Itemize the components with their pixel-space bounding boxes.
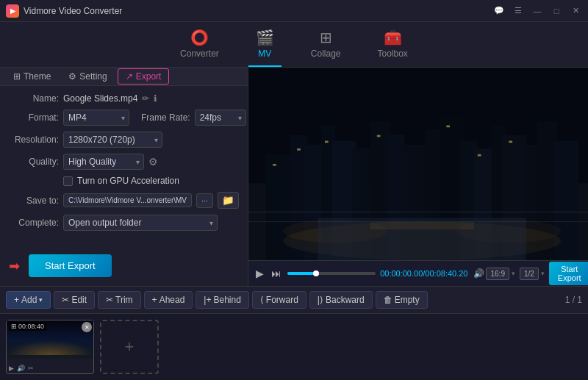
progress-bar[interactable] — [287, 272, 376, 275]
chat-button[interactable]: 💬 — [492, 4, 506, 18]
sub-toolbar: ⊞ Theme ⚙ Setting ↗ Export — [0, 68, 248, 86]
behind-button[interactable]: |+ Behind — [196, 291, 249, 309]
clip-play-icon: ▶ — [9, 365, 14, 372]
minimize-button[interactable]: — — [531, 4, 544, 18]
add-clip-icon: + — [125, 337, 135, 356]
ahead-button[interactable]: + Ahead — [144, 291, 193, 309]
app-icon: ▶ — [6, 4, 19, 18]
clip-controls: ▶ 🔊 ✂ — [9, 365, 34, 372]
empty-button[interactable]: 🗑 Empty — [376, 291, 428, 309]
city-scene — [248, 68, 588, 260]
setting-button[interactable]: ⚙ Setting — [61, 68, 114, 85]
tab-toolbox-label: Toolbox — [378, 49, 408, 59]
svg-rect-23 — [377, 135, 381, 137]
tab-mv[interactable]: 🎬 MV — [248, 22, 282, 67]
framerate-select-wrap: 24fps — [195, 110, 246, 126]
add-clip-button[interactable]: + — [100, 320, 159, 374]
tab-toolbox[interactable]: 🧰 Toolbox — [370, 22, 415, 67]
resolution-row: Resolution: 1280x720 (720p) — [9, 132, 239, 148]
svg-rect-22 — [325, 141, 329, 143]
saveto-input[interactable] — [63, 193, 192, 207]
zoom-badge: 1/2 — [520, 268, 539, 280]
start-export-button[interactable]: Start Export — [29, 254, 112, 277]
video-start-export-button[interactable]: Start Export — [549, 262, 588, 285]
theme-button[interactable]: ⊞ Theme — [6, 68, 58, 85]
path-more-button[interactable]: ··· — [196, 193, 213, 208]
arrow-indicator: ➡ — [9, 258, 20, 274]
right-panel: ▶ ⏭ 00:00:00.00/00:08:40.20 🔊 16:9 ▾ 1/2 — [248, 68, 588, 286]
tab-converter-label: Converter — [180, 49, 219, 59]
close-button[interactable]: ✕ — [569, 4, 582, 18]
controls-right: 16:9 ▾ 1/2 ▾ Start Export — [486, 262, 588, 285]
clip-item[interactable]: ⊞ 00:08:40 ✕ ▶ 🔊 ✂ — [6, 320, 94, 374]
trim-button[interactable]: ✂ Trim — [98, 291, 141, 309]
clip-volume-icon: 🔊 — [17, 365, 25, 372]
clip-icon: ⊞ — [11, 323, 17, 330]
toolbox-icon: 🧰 — [384, 29, 402, 46]
name-row: Name: Google Slides.mp4 ✏ ℹ — [9, 93, 239, 104]
left-panel: ⊞ Theme ⚙ Setting ↗ Export Name: Google … — [0, 68, 248, 286]
complete-select[interactable]: Open output folder — [63, 215, 218, 231]
time-display: 00:00:00.00/00:08:40.20 — [380, 269, 467, 278]
play-button[interactable]: ▶ — [254, 266, 265, 281]
video-background — [248, 68, 588, 260]
framerate-select[interactable]: 24fps — [195, 110, 246, 126]
quality-select[interactable]: High Quality — [63, 154, 144, 170]
empty-label: Empty — [395, 295, 420, 305]
resolution-label: Resolution: — [9, 135, 59, 145]
trim-icon: ✂ — [106, 295, 113, 305]
edit-button[interactable]: ✂ Edit — [54, 291, 95, 309]
progress-dot — [313, 270, 319, 276]
title-bar-controls: 💬 ☰ — □ ✕ — [492, 4, 582, 18]
collage-icon: ⊞ — [320, 29, 332, 46]
edit-icon: ✂ — [62, 295, 69, 305]
clip-time: 00:08:40 — [18, 323, 44, 330]
tab-collage[interactable]: ⊞ Collage — [304, 22, 348, 67]
clip-cut-icon: ✂ — [28, 365, 34, 372]
add-button[interactable]: + Add ▾ — [6, 291, 51, 309]
format-select[interactable]: MP4 — [63, 110, 129, 126]
app-title: Vidmore Video Converter — [24, 6, 122, 16]
info-button[interactable]: ℹ — [154, 93, 157, 104]
clip-lights — [7, 340, 93, 355]
video-preview — [248, 68, 588, 260]
backward-button[interactable]: |⟩ Backward — [309, 291, 373, 309]
export-label: Export — [136, 71, 162, 82]
svg-rect-24 — [446, 126, 450, 128]
resolution-select[interactable]: 1280x720 (720p) — [63, 132, 162, 148]
add-label: Add — [21, 295, 37, 305]
aspect-ratio-badge: 16:9 — [486, 268, 509, 280]
form-area: Name: Google Slides.mp4 ✏ ℹ Format: MP4 … — [0, 86, 248, 238]
backward-icon: |⟩ — [318, 295, 323, 305]
quality-label: Quality: — [9, 157, 59, 167]
volume-button[interactable]: 🔊 — [472, 267, 486, 280]
nav-bar: ⭕ Converter 🎬 MV ⊞ Collage 🧰 Toolbox — [0, 22, 588, 68]
maximize-button[interactable]: □ — [550, 4, 563, 18]
zoom-wrap: 1/2 ▾ — [520, 268, 545, 280]
time-current: 00:00:00.00 — [380, 269, 423, 278]
forward-button[interactable]: ⟨ Forward — [252, 291, 306, 309]
svg-rect-26 — [509, 141, 513, 143]
quality-settings-button[interactable]: ⚙ — [148, 156, 158, 168]
folder-button[interactable]: 📁 — [218, 192, 239, 209]
framerate-label: Frame Rate: — [141, 112, 190, 123]
theme-label: Theme — [24, 71, 51, 82]
edit-name-button[interactable]: ✏ — [142, 93, 149, 104]
export-tab-button[interactable]: ↗ Export — [118, 68, 170, 85]
gpu-checkbox[interactable] — [63, 176, 73, 186]
timeline: ⊞ 00:08:40 ✕ ▶ 🔊 ✂ + — [0, 314, 588, 380]
main-content: ⊞ Theme ⚙ Setting ↗ Export Name: Google … — [0, 68, 588, 286]
behind-icon: |+ — [204, 295, 211, 305]
next-frame-button[interactable]: ⏭ — [270, 266, 283, 281]
gpu-row: Turn on GPU Acceleration — [9, 176, 239, 186]
trash-icon: 🗑 — [384, 295, 392, 305]
resolution-select-wrap: 1280x720 (720p) — [63, 132, 162, 148]
mv-icon: 🎬 — [256, 29, 274, 46]
menu-button[interactable]: ☰ — [512, 4, 525, 18]
title-bar-left: ▶ Vidmore Video Converter — [6, 4, 122, 18]
clip-close-button[interactable]: ✕ — [82, 322, 92, 332]
clip-duration: ⊞ 00:08:40 — [9, 322, 46, 331]
tab-converter[interactable]: ⭕ Converter — [173, 22, 226, 67]
progress-fill — [287, 272, 314, 275]
quality-row: Quality: High Quality ⚙ — [9, 154, 239, 170]
